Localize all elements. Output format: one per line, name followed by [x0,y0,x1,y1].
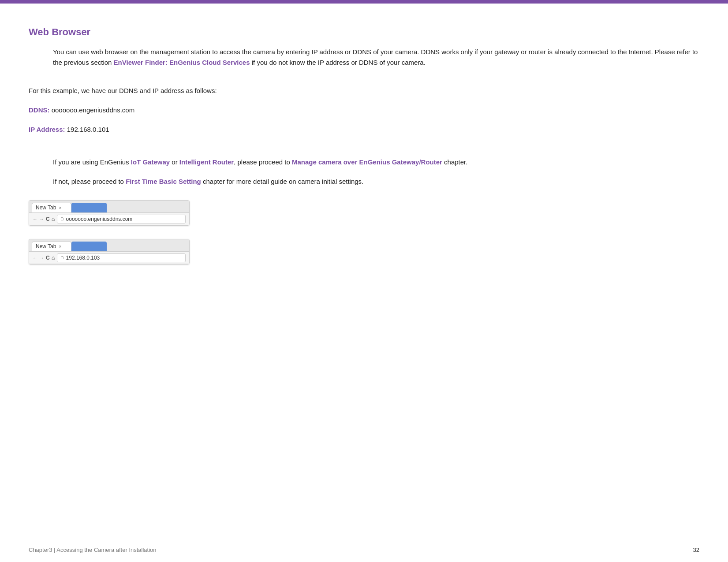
top-bar [0,0,728,4]
browser-mock-2: New Tab × ← → C ⌂ 🗋 192.168.0.103 [29,239,190,264]
intro-suffix: if you do not know the IP address or DDN… [250,59,426,66]
browser-forward-2[interactable]: → [39,255,44,261]
ddns-line: DDNS: ooooooo.engeniusddns.com [29,105,699,115]
firsttime-suffix: chapter for more detail guide on camera … [201,178,364,185]
section-title: Web Browser [29,26,699,38]
browser-address-input-1[interactable]: 🗋 ooooooo.engeniusddns.com [57,215,186,223]
gateway-or: or [170,158,179,166]
browser-address-bar-2: ← → C ⌂ 🗋 192.168.0.103 [29,252,189,264]
browser-home-1[interactable]: ⌂ [52,216,55,222]
enviwer-finder-link[interactable]: EnViewer Finder: EnGenius Cloud Services [114,59,250,66]
address-text-2: 192.168.0.103 [66,255,100,261]
main-content: Web Browser You can use web browser on t… [29,26,699,536]
manage-camera-link[interactable]: Manage camera over EnGenius Gateway/Rout… [292,158,442,166]
footer-chapter: Chapter3 | Accessing the Camera after In… [29,547,157,553]
browser-tab-2[interactable]: New Tab × [32,242,71,251]
browser-tab-close-2[interactable]: × [59,244,61,249]
ip-value: 192.168.0.101 [65,126,109,133]
address-icon-2: 🗋 [60,255,64,260]
browser-address-input-2[interactable]: 🗋 192.168.0.103 [57,253,186,262]
example-label: For this example, we have our DDNS and I… [29,86,699,96]
gateway-chapter: chapter. [442,158,468,166]
browser-tab-label-2: New Tab [36,243,56,249]
first-time-link[interactable]: First Time Basic Setting [126,178,201,185]
browser-tab-colored-1 [71,203,107,212]
ddns-value: ooooooo.engeniusddns.com [50,106,135,114]
browser-tab-label-1: New Tab [36,205,56,211]
gateway-proceed: , please proceed to [234,158,292,166]
browser-tab-1[interactable]: New Tab × [32,203,71,212]
browser-refresh-1[interactable]: C [46,216,50,222]
firsttime-intro: If not, please proceed to [53,178,126,185]
browser-tab-colored-2 [71,242,107,251]
footer: Chapter3 | Accessing the Camera after In… [29,542,699,553]
iot-gateway-link[interactable]: IoT Gateway [131,158,170,166]
browser-tab-close-1[interactable]: × [59,205,61,210]
intelligent-router-link[interactable]: Intelligent Router [179,158,234,166]
footer-page-number: 32 [693,547,699,553]
firsttime-paragraph: If not, please proceed to First Time Bas… [53,176,699,187]
browser-home-2[interactable]: ⌂ [52,254,55,261]
browser-back-2[interactable]: ← [33,255,37,261]
ip-line: IP Address: 192.168.0.101 [29,124,699,135]
address-icon-1: 🗋 [60,216,64,221]
browser-refresh-2[interactable]: C [46,255,50,261]
browser-back-1[interactable]: ← [33,216,37,222]
ddns-label: DDNS: [29,106,50,114]
gateway-paragraph: If you are using EnGenius IoT Gateway or… [53,157,699,167]
browser-mock-1: New Tab × ← → C ⌂ 🗋 ooooooo.engeniusddns… [29,200,190,226]
ip-label: IP Address: [29,126,65,133]
intro-paragraph: You can use web browser on the managemen… [53,47,699,68]
browser-tab-bar-1: New Tab × [29,201,189,213]
browser-tab-bar-2: New Tab × [29,239,189,252]
address-text-1: ooooooo.engeniusddns.com [66,216,133,222]
gateway-intro: If you are using EnGenius [53,158,131,166]
browser-forward-1[interactable]: → [39,216,44,222]
browser-address-bar-1: ← → C ⌂ 🗋 ooooooo.engeniusddns.com [29,213,189,225]
